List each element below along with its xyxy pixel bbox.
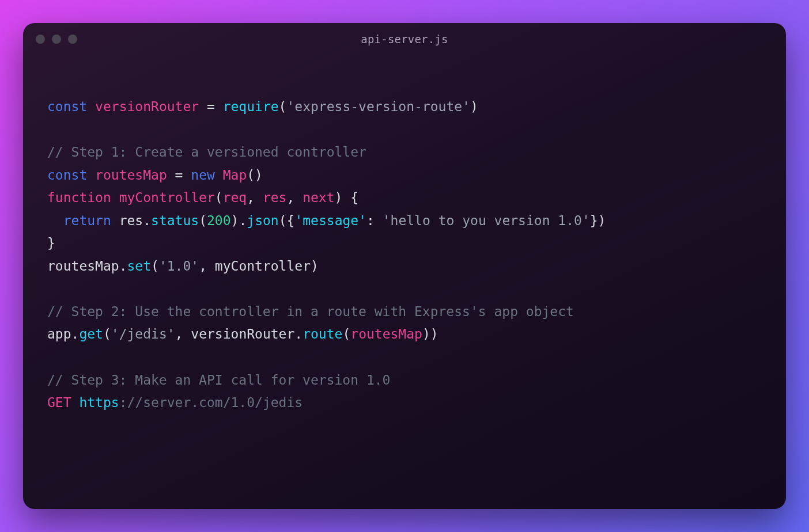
- identifier: versionRouter: [95, 99, 199, 114]
- indent: [47, 213, 63, 228]
- comma: ,: [247, 190, 263, 205]
- method: route: [303, 326, 342, 341]
- paren-open: (: [151, 259, 159, 273]
- fn-require: require: [223, 99, 279, 114]
- keyword-function: function: [47, 190, 111, 205]
- identifier: routesMap: [95, 168, 167, 183]
- editor-window: api-server.js const versionRouter = requ…: [23, 23, 786, 509]
- param: res: [263, 190, 287, 205]
- comment: // Step 3: Make an API call for version …: [47, 373, 390, 387]
- maximize-icon[interactable]: [68, 35, 77, 44]
- method: get: [79, 326, 103, 341]
- identifier: versionRouter: [191, 326, 294, 341]
- param: req: [223, 190, 247, 205]
- object-key: 'message': [294, 213, 366, 228]
- brace-open: {: [287, 213, 295, 228]
- code-area[interactable]: const versionRouter = require('express-v…: [23, 55, 786, 438]
- dot: .: [71, 326, 80, 341]
- keyword-const: const: [47, 168, 87, 183]
- comment: // Step 1: Create a versioned controller: [47, 145, 366, 159]
- dot: .: [239, 213, 247, 228]
- dot: .: [294, 326, 303, 341]
- dot: .: [119, 259, 127, 273]
- paren-close: ): [422, 326, 430, 341]
- comma: ,: [175, 326, 191, 341]
- method: status: [151, 213, 199, 228]
- comma: ,: [286, 190, 303, 205]
- paren-close: ): [311, 259, 319, 273]
- brace-open: {: [342, 190, 358, 205]
- operator: =: [199, 99, 223, 114]
- filename-label: api-server.js: [361, 33, 448, 45]
- titlebar: api-server.js: [23, 23, 786, 55]
- paren-open: (: [247, 168, 255, 183]
- string: 'hello to you version 1.0': [383, 213, 590, 228]
- paren-open: (: [215, 190, 223, 205]
- method: json: [247, 213, 278, 228]
- dot: .: [143, 213, 151, 228]
- identifier: routesMap: [350, 326, 422, 341]
- paren-close: ): [255, 168, 263, 183]
- comma: ,: [199, 259, 215, 273]
- paren-open: (: [103, 326, 111, 341]
- brace-close: }: [47, 235, 55, 250]
- method: set: [127, 259, 151, 273]
- operator: =: [167, 168, 191, 183]
- keyword-const: const: [47, 99, 87, 114]
- paren-open: (: [279, 99, 287, 114]
- identifier: res: [119, 213, 143, 228]
- paren-close: ): [598, 213, 606, 228]
- identifier: app: [47, 326, 71, 341]
- paren-close: ): [430, 326, 438, 341]
- paren-close: ): [335, 190, 343, 205]
- function-name: myController: [119, 190, 215, 205]
- close-icon[interactable]: [36, 35, 45, 44]
- paren-open: (: [342, 326, 350, 341]
- number: 200: [207, 213, 231, 228]
- brace-close: }: [590, 213, 598, 228]
- colon: :: [366, 213, 383, 228]
- paren-close: ): [470, 99, 478, 114]
- string: 'express-version-route': [286, 99, 470, 114]
- class-name: Map: [223, 168, 247, 183]
- identifier: myController: [215, 259, 311, 273]
- url-rest: ://server.com/1.0/jedis: [119, 395, 303, 410]
- traffic-lights: [36, 35, 77, 44]
- keyword-new: new: [191, 168, 215, 183]
- comment: // Step 2: Use the controller in a route…: [47, 304, 574, 319]
- identifier: routesMap: [47, 259, 119, 273]
- paren-open: (: [199, 213, 207, 228]
- space: [111, 213, 119, 228]
- param: next: [303, 190, 334, 205]
- paren-open: (: [279, 213, 287, 228]
- string: '/jedis': [111, 326, 175, 341]
- url-scheme: https: [79, 395, 119, 410]
- string: '1.0': [159, 259, 199, 273]
- minimize-icon[interactable]: [52, 35, 61, 44]
- http-method: GET: [47, 395, 79, 410]
- paren-close: ): [231, 213, 239, 228]
- keyword-return: return: [63, 213, 111, 228]
